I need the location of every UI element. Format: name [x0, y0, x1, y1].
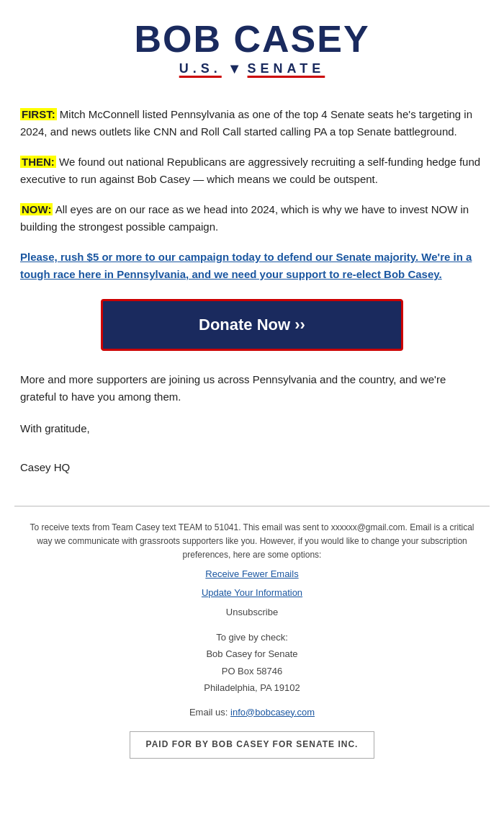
- footer-check-name: Bob Casey for Senate: [22, 646, 482, 662]
- paid-for-box: PAID FOR BY BOB CASEY FOR SENATE INC.: [130, 731, 374, 758]
- cta-link[interactable]: Please, rush $5 or more to our campaign …: [20, 249, 484, 283]
- footer-email-row: Email us: info@bobcasey.com: [22, 705, 482, 720]
- first-label: FIRST:: [20, 108, 57, 120]
- donate-button-wrapper: Donate Now ››: [20, 299, 484, 351]
- donate-button[interactable]: Donate Now ››: [101, 299, 403, 351]
- paragraph-then-text: We found out national Republicans are ag…: [20, 156, 480, 185]
- header: BOB CASEY U.S. ▼ SENATE: [0, 0, 504, 90]
- paragraph-then: THEN: We found out national Republicans …: [20, 153, 484, 188]
- footer-link-update-info[interactable]: Update Your Information: [22, 586, 482, 601]
- footer-check-city: Philadelphia, PA 19102: [22, 679, 482, 696]
- footer-email-link[interactable]: info@bobcasey.com: [230, 707, 315, 718]
- paragraph-now: NOW: All eyes are on our race as we head…: [20, 201, 484, 236]
- logo-subtitle: U.S. ▼ SENATE: [14, 61, 490, 77]
- closing-paragraph: More and more supporters are joining us …: [20, 371, 484, 406]
- main-content: FIRST: Mitch McConnell listed Pennsylvan…: [0, 90, 504, 484]
- footer-check-address: To give by check: Bob Casey for Senate P…: [22, 629, 482, 697]
- paid-for-text: PAID FOR BY BOB CASEY FOR SENATE INC.: [146, 739, 359, 749]
- footer-email-label: Email us:: [189, 707, 230, 718]
- logo-eagle-icon: ▼: [228, 61, 242, 77]
- closing-salutation: With gratitude,: [20, 419, 484, 438]
- paragraph-first: FIRST: Mitch McConnell listed Pennsylvan…: [20, 106, 484, 140]
- logo-name: BOB CASEY: [14, 20, 490, 58]
- logo-subtitle-left: U.S.: [179, 61, 222, 76]
- then-label: THEN:: [20, 156, 56, 168]
- paragraph-first-text: Mitch McConnell listed Pennsylvania as o…: [20, 108, 472, 138]
- footer-body-text: To receive texts from Team Casey text TE…: [22, 521, 482, 563]
- now-label: NOW:: [20, 203, 53, 215]
- footer-divider: [14, 506, 490, 506]
- footer: To receive texts from Team Casey text TE…: [0, 521, 504, 759]
- email-container: BOB CASEY U.S. ▼ SENATE FIRST: Mitch McC…: [0, 0, 504, 817]
- signature-block: With gratitude, Casey HQ: [20, 419, 484, 477]
- footer-unsubscribe: Unsubscribe: [22, 605, 482, 620]
- logo-subtitle-right: SENATE: [248, 61, 325, 76]
- paragraph-now-text: All eyes are on our race as we head into…: [20, 203, 469, 233]
- footer-check-po: PO Box 58746: [22, 663, 482, 679]
- footer-check-heading: To give by check:: [22, 629, 482, 646]
- signature-name: Casey HQ: [20, 457, 484, 477]
- footer-link-fewer-emails[interactable]: Receive Fewer Emails: [22, 567, 482, 582]
